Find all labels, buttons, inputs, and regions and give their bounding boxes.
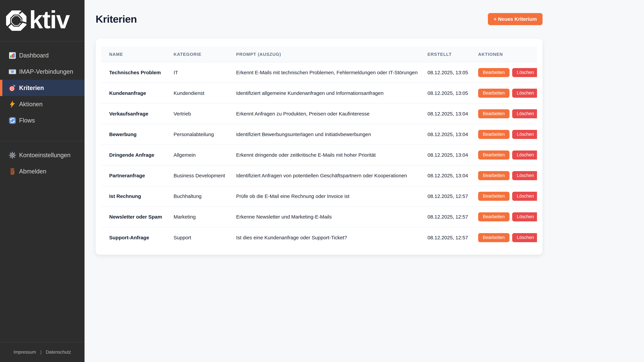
sidebar-item-kontoeinstellungen[interactable]: Kontoeinstellungen [0,147,84,163]
delete-button[interactable]: Löschen [512,150,537,160]
sidebar-item-label: Kontoeinstellungen [19,152,70,159]
footer-link-datenschutz[interactable]: Datenschutz [46,350,71,355]
sidebar-item-dashboard[interactable]: Dashboard [0,47,84,63]
cell-category: Buchhaltung [166,193,228,199]
table-row: Ist RechnungBuchhaltungPrüfe ob die E-Ma… [101,186,537,207]
cell-created: 08.12.2025, 13:04 [420,111,470,117]
column-header-prompt: PROMPT (AUSZUG) [228,52,420,57]
cell-category: Support [166,235,228,241]
page-title: Kriterien [96,14,137,24]
page-header: Kriterien + Neues Kriterium [96,0,542,25]
cell-name: Newsletter oder Spam [101,214,166,220]
table-row: PartneranfrageBusiness DevelopmentIdenti… [101,165,537,186]
bar-chart-icon [8,51,16,59]
cell-actions: BearbeitenLöschen [470,68,537,77]
cell-actions: BearbeitenLöschen [470,212,537,221]
cell-prompt: Erkennt dringende oder zeitkritische E-M… [228,152,420,158]
edit-button[interactable]: Bearbeiten [478,89,510,98]
column-header-name: NAME [101,52,166,57]
sidebar: ktiv DashboardEIMAP-VerbindungenKriterie… [0,0,84,362]
cell-prompt: Erkenne Newsletter und Marketing-E-Mails [228,214,420,220]
edit-button[interactable]: Bearbeiten [478,68,510,77]
cell-name: Partneranfrage [101,173,166,178]
cell-actions: BearbeitenLöschen [470,130,537,139]
table-row: Dringende AnfrageAllgemeinErkennt dringe… [101,145,537,165]
octagon-logo-icon [5,9,28,32]
cell-actions: BearbeitenLöschen [470,233,537,242]
delete-button[interactable]: Löschen [512,212,537,221]
cell-name: Verkaufsanfrage [101,111,166,117]
cell-created: 08.12.2025, 12:57 [420,235,470,241]
cell-created: 08.12.2025, 13:04 [420,152,470,158]
target-icon [8,84,16,92]
cell-category: Business Development [166,173,228,178]
sidebar-item-abmelden[interactable]: Abmelden [0,163,84,179]
sidebar-item-aktionen[interactable]: Aktionen [0,96,84,112]
cell-created: 08.12.2025, 12:57 [420,214,470,220]
edit-button[interactable]: Bearbeiten [478,171,510,180]
edit-button[interactable]: Bearbeiten [478,233,510,242]
cell-actions: BearbeitenLöschen [470,150,537,160]
cell-prompt: Identifiziert Anfragen von potentiellen … [228,173,420,178]
gear-icon [8,151,16,159]
cell-actions: BearbeitenLöschen [470,192,537,201]
table-row: Support-AnfrageSupportIst dies eine Kund… [101,227,537,248]
sidebar-account-nav: KontoeinstellungenAbmelden [0,141,84,179]
edit-button[interactable]: Bearbeiten [478,150,510,160]
edit-button[interactable]: Bearbeiten [478,130,510,139]
delete-button[interactable]: Löschen [512,68,537,77]
column-header-aktionen: AKTIONEN [470,52,537,57]
delete-button[interactable]: Löschen [512,89,537,98]
sidebar-nav: DashboardEIMAP-VerbindungenKriterienAkti… [0,41,84,129]
delete-button[interactable]: Löschen [512,192,537,201]
cell-created: 08.12.2025, 13:04 [420,132,470,137]
column-header-kategorie: KATEGORIE [166,52,228,57]
new-criterion-button[interactable]: + Neues Kriterium [488,13,542,25]
edit-button[interactable]: Bearbeiten [478,192,510,201]
sidebar-item-flows[interactable]: Flows [0,112,84,129]
cell-category: Vertrieb [166,111,228,117]
cell-category: Allgemein [166,152,228,158]
table-header: NAME KATEGORIE PROMPT (AUSZUG) ERSTELLT … [101,46,537,62]
footer-separator: | [40,350,42,355]
cell-prompt: Ist dies eine Kundenanfrage oder Support… [228,235,420,241]
delete-button[interactable]: Löschen [512,171,537,180]
table-row: Technisches ProblemITErkennt E-Mails mit… [101,62,537,83]
cell-prompt: Erkennt Anfragen zu Produkten, Preisen o… [228,111,420,117]
cell-category: Personalabteilung [166,132,228,137]
delete-button[interactable]: Löschen [512,109,537,118]
column-header-erstellt: ERSTELLT [420,52,470,57]
cell-prompt: Erkennt E-Mails mit technischen Probleme… [228,70,420,75]
edit-button[interactable]: Bearbeiten [478,109,510,118]
sidebar-item-imap-verbindungen[interactable]: EIMAP-Verbindungen [0,63,84,80]
arrows-cycle-icon [8,116,16,124]
cell-prompt: Prüfe ob die E-Mail eine Rechnung oder I… [228,193,420,199]
sidebar-item-label: Flows [19,117,35,124]
table-row: VerkaufsanfrageVertriebErkennt Anfragen … [101,104,537,124]
sidebar-item-label: Kriterien [19,84,44,91]
footer-link-impressum[interactable]: Impressum [14,350,36,355]
cell-prompt: Identifiziert Bewerbungsunterlagen und I… [228,132,420,137]
sidebar-item-label: IMAP-Verbindungen [19,68,73,75]
table-row: KundenanfrageKundendienstIdentifiziert a… [101,83,537,104]
brand-wordmark: ktiv [29,7,69,32]
cell-actions: BearbeitenLöschen [470,171,537,180]
lightning-icon [8,100,16,108]
delete-button[interactable]: Löschen [512,130,537,139]
email-icon: E [8,68,16,76]
sidebar-item-kriterien[interactable]: Kriterien [0,80,84,96]
cell-name: Ist Rechnung [101,193,166,199]
main-content: Kriterien + Neues Kriterium NAME KATEGOR… [84,0,644,362]
cell-name: Technisches Problem [101,70,166,75]
sidebar-item-label: Dashboard [19,52,49,59]
cell-name: Bewerbung [101,132,166,137]
edit-button[interactable]: Bearbeiten [478,212,510,221]
cell-category: IT [166,70,228,75]
cell-created: 08.12.2025, 13:05 [420,90,470,96]
brand-logo: ktiv [0,0,84,41]
cell-created: 08.12.2025, 13:05 [420,70,470,75]
cell-actions: BearbeitenLöschen [470,109,537,118]
delete-button[interactable]: Löschen [512,233,537,242]
criteria-card: NAME KATEGORIE PROMPT (AUSZUG) ERSTELLT … [96,38,542,255]
cell-name: Kundenanfrage [101,90,166,96]
